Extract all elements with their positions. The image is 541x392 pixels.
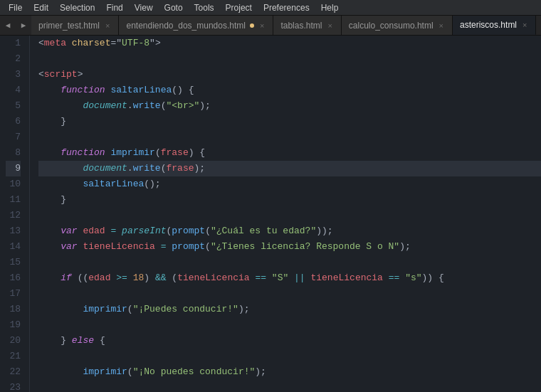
code-line-5: document.write("<br>");	[38, 98, 541, 114]
code-line-9: document.write(frase);	[38, 161, 541, 176]
code-line-11: }	[38, 192, 541, 208]
tab-close-tablas[interactable]: ×	[326, 21, 333, 31]
line-num-14: 14	[6, 239, 21, 255]
line-num-6: 6	[6, 114, 21, 129]
line-num-19: 19	[6, 317, 21, 333]
tab-label: entendiendo_dos_mundos.html	[126, 21, 245, 31]
menu-view[interactable]: View	[129, 1, 159, 14]
line-num-8: 8	[6, 145, 21, 161]
line-num-3: 3	[6, 67, 21, 83]
menu-edit[interactable]: Edit	[28, 1, 54, 14]
line-num-11: 11	[6, 192, 21, 208]
tab-close-primer-test[interactable]: ×	[104, 21, 111, 31]
code-line-23	[38, 380, 541, 392]
line-num-12: 12	[6, 208, 21, 223]
code-line-7	[38, 129, 541, 145]
tab-bar: ◀ ▶ primer_test.html × entendiendo_dos_m…	[0, 16, 541, 36]
line-num-22: 22	[6, 364, 21, 380]
line-num-20: 20	[6, 333, 21, 349]
line-num-23: 23	[6, 380, 21, 392]
code-line-2	[38, 51, 541, 67]
line-num-13: 13	[6, 223, 21, 239]
tab-nav-left[interactable]: ◀	[0, 16, 16, 35]
code-line-12	[38, 208, 541, 223]
tab-primer-test[interactable]: primer_test.html ×	[31, 16, 119, 35]
line-num-1: 1	[6, 36, 21, 51]
line-num-5: 5	[6, 98, 21, 114]
line-num-7: 7	[6, 129, 21, 145]
tab-asteriscos[interactable]: asteriscos.html ×	[453, 16, 536, 35]
code-line-20: } else {	[38, 333, 541, 349]
tab-label: asteriscos.html	[460, 20, 517, 30]
line-num-4: 4	[6, 83, 21, 98]
tab-calculo[interactable]: calculo_consumo.html ×	[342, 16, 453, 35]
line-num-16: 16	[6, 270, 21, 286]
menu-project[interactable]: Project	[220, 1, 258, 14]
tab-tablas[interactable]: tablas.html ×	[273, 16, 341, 35]
menu-find[interactable]: Find	[100, 1, 128, 14]
code-line-18: imprimir("¡Puedes conducir!");	[38, 302, 541, 317]
code-line-14: var tieneLicencia = prompt("¿Tienes lice…	[38, 239, 541, 255]
tab-label: primer_test.html	[38, 21, 100, 31]
line-num-9: 9	[6, 161, 21, 176]
code-line-10: saltarLinea();	[38, 176, 541, 192]
menu-file[interactable]: File	[3, 1, 28, 14]
code-line-15	[38, 255, 541, 270]
menu-help[interactable]: Help	[315, 1, 345, 14]
code-line-13: var edad = parseInt(prompt("¿Cuál es tu …	[38, 223, 541, 239]
code-line-8: function imprimir(frase) {	[38, 145, 541, 161]
line-num-2: 2	[6, 51, 21, 67]
code-line-6: }	[38, 114, 541, 129]
code-area[interactable]: <meta charset="UTF-8"> <script> function…	[30, 36, 541, 392]
tab-entendiendo[interactable]: entendiendo_dos_mundos.html ×	[119, 16, 273, 35]
menu-goto[interactable]: Goto	[159, 1, 189, 14]
menu-bar: File Edit Selection Find View Goto Tools…	[0, 0, 541, 16]
tab-close-asteriscos[interactable]: ×	[521, 20, 528, 30]
code-line-3: <script>	[38, 67, 541, 83]
menu-selection[interactable]: Selection	[54, 1, 100, 14]
code-line-19	[38, 317, 541, 333]
line-num-18: 18	[6, 302, 21, 317]
tab-modified-dot	[250, 23, 254, 28]
tab-label: calculo_consumo.html	[349, 21, 434, 31]
tab-label: tablas.html	[280, 21, 322, 31]
line-numbers: 1 2 3 4 5 6 7 8 9 10 11 12 13 14 15 16 1…	[0, 36, 30, 392]
tab-close-calculo[interactable]: ×	[438, 21, 445, 31]
line-num-17: 17	[6, 286, 21, 302]
tab-close-entendiendo[interactable]: ×	[258, 21, 266, 31]
line-num-10: 10	[6, 176, 21, 192]
editor: 1 2 3 4 5 6 7 8 9 10 11 12 13 14 15 16 1…	[0, 36, 541, 392]
line-num-21: 21	[6, 349, 21, 364]
code-line-16: if ((edad >= 18) && (tieneLicencia == "S…	[38, 270, 541, 286]
menu-preferences[interactable]: Preferences	[258, 1, 315, 14]
code-line-1: <meta charset="UTF-8">	[38, 36, 541, 51]
code-line-4: function saltarLinea() {	[38, 83, 541, 98]
line-num-15: 15	[6, 255, 21, 270]
menu-tools[interactable]: Tools	[189, 1, 220, 14]
code-line-22: imprimir("¡No puedes conducir!");	[38, 364, 541, 380]
tab-nav-right[interactable]: ▶	[16, 16, 31, 35]
code-line-21	[38, 349, 541, 364]
code-line-17	[38, 286, 541, 302]
